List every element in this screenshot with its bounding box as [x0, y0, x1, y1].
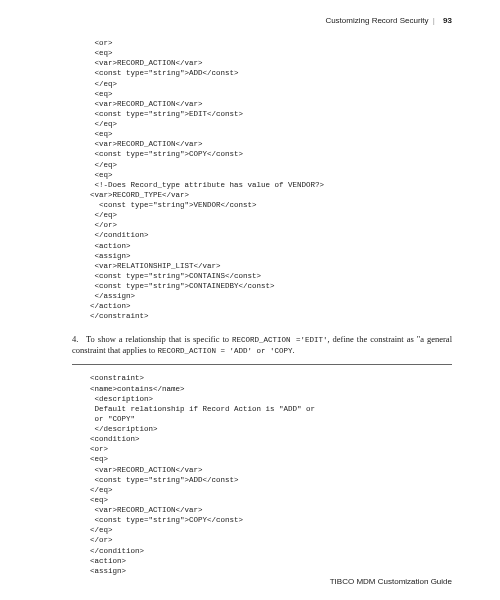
step-code-a: RECORD_ACTION ='EDIT' — [232, 336, 327, 344]
header-divider: | — [433, 16, 435, 25]
step-text-a: To show a relationship that is specific … — [86, 334, 232, 344]
page-header: Customizing Record Security | 93 — [325, 16, 452, 25]
step-number: 4. — [72, 334, 86, 345]
code-block-1: <or> <eq> <var>RECORD_ACTION</var> <cons… — [90, 38, 452, 322]
step-4: 4.To show a relationship that is specifi… — [72, 334, 452, 357]
page-number: 93 — [443, 16, 452, 25]
code-block-2: <constraint> <name>contains</name> <desc… — [90, 373, 452, 576]
section-title: Customizing Record Security — [325, 16, 428, 25]
step-code-b: RECORD_ACTION = 'ADD' or 'COPY — [157, 347, 292, 355]
page-footer: TIBCO MDM Customization Guide — [330, 577, 452, 586]
step-text-c: . — [292, 345, 294, 355]
divider-line — [72, 364, 452, 365]
